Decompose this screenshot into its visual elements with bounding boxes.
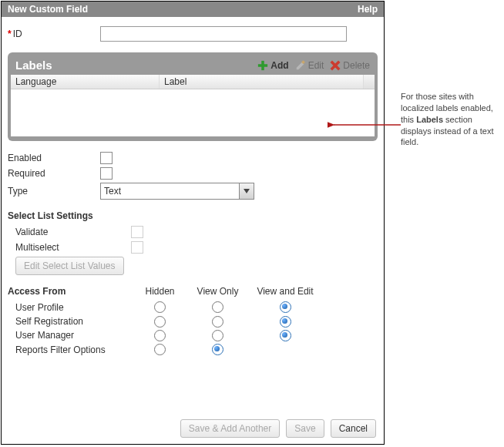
x-icon	[330, 60, 341, 71]
chevron-down-icon	[239, 183, 254, 199]
self-registration-viewedit-radio[interactable]	[280, 316, 291, 328]
self-registration-hidden-radio[interactable]	[154, 316, 166, 328]
enabled-checkbox[interactable]	[100, 152, 113, 164]
select-list-heading: Select List Settings	[8, 210, 378, 221]
labels-add-button[interactable]: Add	[257, 60, 288, 71]
type-select-value: Text	[104, 186, 121, 197]
reports-filter-viewonly-radio[interactable]	[212, 344, 223, 355]
type-label: Type	[8, 186, 100, 197]
labels-thead: Language Label	[11, 75, 375, 89]
validate-label: Validate	[15, 227, 131, 237]
reports-filter-hidden-radio[interactable]	[154, 344, 166, 355]
access-row-user-manager: User Manager	[15, 330, 378, 341]
access-col-hidden: Hidden	[131, 286, 189, 297]
form-body: *ID Labels Add Edit D	[2, 17, 384, 364]
user-manager-viewedit-radio[interactable]	[280, 330, 291, 341]
access-row-user-profile: User Profile	[15, 301, 378, 313]
labels-panel-actions: Add Edit Delete	[257, 60, 370, 71]
callout-text: For those sites with localized labels en…	[401, 91, 499, 148]
access-from-heading: Access From	[8, 286, 131, 297]
labels-table: Language Label	[11, 75, 375, 136]
type-row: Type Text	[8, 183, 378, 200]
required-checkbox[interactable]	[100, 167, 113, 180]
labels-panel-head: Labels Add Edit Delete	[11, 55, 375, 75]
self-registration-viewonly-radio[interactable]	[212, 316, 223, 328]
user-profile-hidden-radio[interactable]	[154, 301, 166, 313]
user-profile-viewonly-radio[interactable]	[212, 301, 223, 313]
access-row-reports-filter: Reports Filter Options	[15, 344, 378, 355]
required-label: Required	[8, 168, 100, 179]
required-mark: *	[8, 29, 12, 39]
id-input[interactable]	[100, 26, 347, 42]
svg-marker-6	[244, 189, 250, 193]
user-profile-viewedit-radio[interactable]	[280, 301, 291, 313]
access-from-heading-row: Access From Hidden View Only View and Ed…	[8, 286, 378, 297]
validate-row: Validate	[15, 226, 378, 238]
scrollbar-cap	[364, 75, 375, 89]
edit-select-list-values-button: Edit Select List Values	[15, 257, 124, 275]
labels-edit-button: Edit	[295, 60, 324, 71]
multiselect-row: Multiselect	[15, 241, 378, 254]
cancel-button[interactable]: Cancel	[331, 419, 376, 438]
user-manager-hidden-radio[interactable]	[154, 330, 166, 341]
multiselect-label: Multiselect	[15, 242, 131, 253]
save-button: Save	[286, 419, 324, 438]
access-col-viewedit: View and Edit	[247, 286, 324, 297]
id-label: *ID	[8, 29, 100, 39]
labels-col-label[interactable]: Label	[160, 75, 364, 89]
titlebar-title: New Custom Field	[8, 4, 88, 15]
type-select[interactable]: Text	[100, 183, 254, 200]
id-row: *ID	[8, 26, 378, 42]
validate-checkbox[interactable]	[131, 226, 143, 238]
user-manager-viewonly-radio[interactable]	[212, 330, 223, 341]
labels-tbody	[11, 89, 375, 136]
save-add-another-button: Save & Add Another	[180, 419, 280, 438]
access-row-self-registration: Self Registration	[15, 315, 378, 327]
help-link[interactable]: Help	[358, 4, 378, 15]
required-row: Required	[8, 167, 378, 180]
titlebar: New Custom Field Help	[2, 2, 384, 17]
labels-panel-title: Labels	[15, 59, 52, 72]
action-bar: Save & Add Another Save Cancel	[180, 419, 376, 438]
new-custom-field-dialog: New Custom Field Help *ID Labels Add	[1, 1, 385, 445]
access-col-viewonly: View Only	[189, 286, 247, 297]
labels-panel: Labels Add Edit Delete	[8, 52, 378, 141]
plus-icon	[257, 60, 268, 71]
labels-col-language[interactable]: Language	[11, 75, 160, 89]
pencil-icon	[295, 60, 306, 71]
access-grid: User Profile Self Registration User Mana…	[15, 301, 378, 355]
enabled-row: Enabled	[8, 152, 378, 164]
multiselect-checkbox[interactable]	[131, 241, 143, 254]
labels-delete-button: Delete	[330, 60, 370, 71]
enabled-label: Enabled	[8, 153, 100, 163]
svg-rect-1	[258, 64, 267, 67]
